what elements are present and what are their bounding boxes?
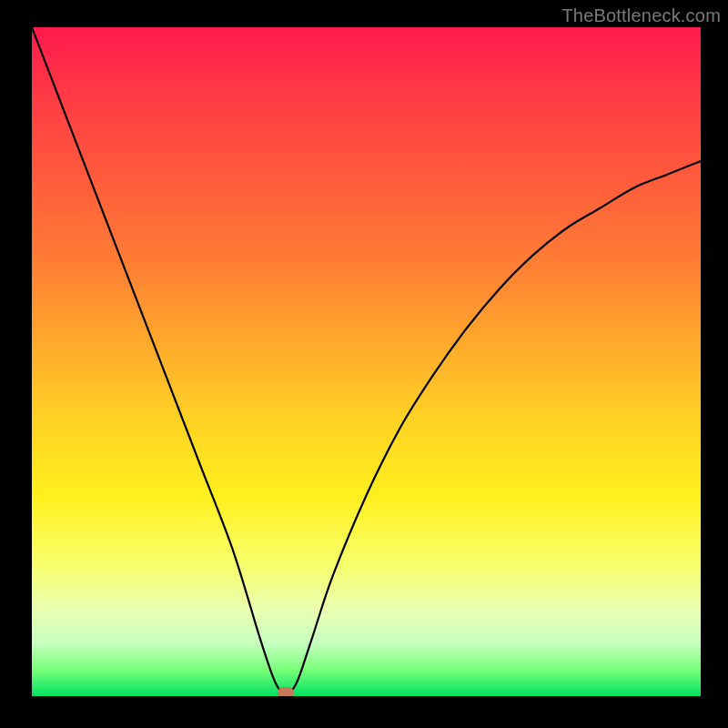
plot-area — [32, 27, 701, 696]
min-marker — [278, 687, 294, 696]
chart-frame: TheBottleneck.com — [0, 0, 728, 728]
watermark-text: TheBottleneck.com — [561, 5, 721, 26]
bottleneck-curve — [32, 27, 701, 696]
